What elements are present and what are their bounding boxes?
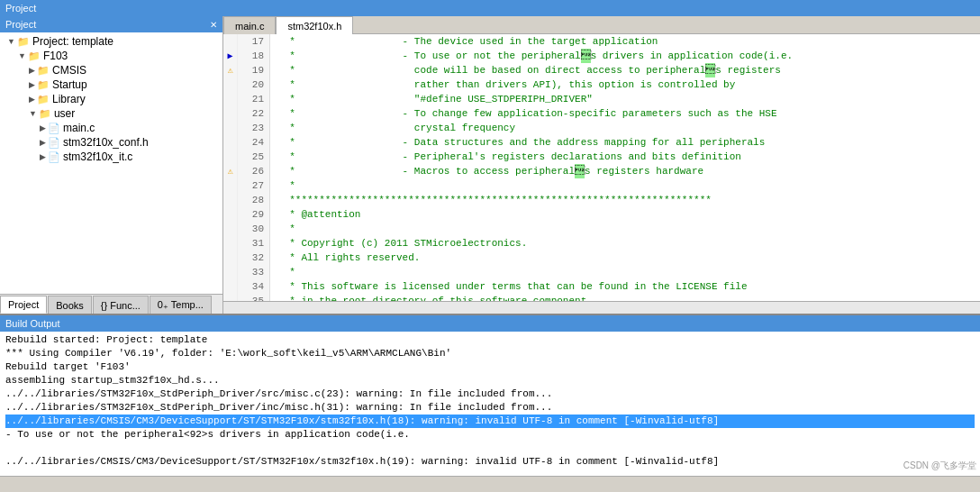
project-panel-tabs: ProjectBooks{} Func...0₊ Temp... [0,294,222,314]
panel-tab-func-tab[interactable]: {} Func... [93,296,149,314]
build-output-title: Build Output [0,315,980,332]
line-number-32: 32 [243,251,264,265]
expand-icon: ▶ [40,123,46,132]
line-number-30: 30 [243,222,264,236]
expand-icon: ▶ [40,138,46,147]
tree-label: F103 [43,50,68,62]
code-area: ▶⚠⚠ 171819202122232425262728293031323334… [223,34,980,301]
code-line-25: * - Peripheral's registers declarations … [277,150,973,164]
code-line-20: * rather than drivers API), this option … [277,77,973,92]
line-marker-22 [223,106,237,121]
tree-label: CMSIS [52,64,86,77]
line-marker-35 [223,294,237,301]
line-number-24: 24 [243,135,264,150]
code-content[interactable]: * - The device used in the target applic… [270,34,980,301]
folder-icon: 📁 [37,79,50,91]
folder-icon: 📁 [37,65,50,77]
line-number-27: 27 [243,178,264,193]
folder-icon: 📁 [37,94,50,105]
code-line-34: * This software is licensed under terms … [277,279,973,294]
line-markers: ▶⚠⚠ [223,34,238,301]
build-line: *** Using Compiler 'V6.19', folder: 'E:\… [5,347,975,360]
build-line: assembling startup_stm32f10x_hd.s... [5,374,975,387]
line-number-31: 31 [243,236,264,251]
line-number-21: 21 [243,92,264,106]
tree-item-cmsis[interactable]: ▶📁CMSIS [0,63,222,77]
close-project-panel-button[interactable]: ✕ [210,20,217,30]
editor-panel: main.cstm32f10x.h ▶⚠⚠ 171819202122232425… [223,16,980,314]
code-line-33: * [277,265,973,279]
tree-item-main-c[interactable]: ▶📄main.c [0,121,222,135]
line-marker-31 [223,236,237,251]
line-number-28: 28 [243,193,264,207]
line-marker-24 [223,135,237,150]
line-marker-33 [223,265,237,279]
line-number-33: 33 [243,265,264,279]
line-number-26: 26 [243,164,264,178]
line-marker-18: ▶ [223,49,237,63]
expand-icon: ▼ [29,109,37,118]
line-number-34: 34 [243,279,264,294]
tree-label: stm32f10x_conf.h [63,136,149,149]
watermark: CSDN @飞多学堂 [903,460,976,472]
line-number-22: 22 [243,106,264,121]
line-number-19: 19 [243,63,264,77]
panel-tab-temp-tab[interactable]: 0₊ Temp... [150,296,212,314]
tree-label: Startup [52,78,87,91]
line-marker-20 [223,77,237,92]
code-line-21: * "#define USE_STDPERIPH_DRIVER" [277,92,973,106]
code-line-18: * - To use or not the peripherals drive… [277,49,973,63]
build-line: ../../libraries/CMSIS/CM3/DeviceSupport/… [5,415,975,428]
tree-item-stm32f10x-conf[interactable]: ▶📄stm32f10x_conf.h [0,135,222,150]
build-line [5,442,975,455]
tree-label: Project: template [32,35,113,48]
tree-item-startup[interactable]: ▶📁Startup [0,77,222,92]
project-title-bar: Project [0,0,980,16]
horizontal-scrollbar[interactable] [223,301,980,314]
line-marker-21 [223,92,237,106]
build-line: ../../libraries/STM32F10x_StdPeriph_Driv… [5,387,975,401]
build-line: - To use or not the peripheral<92>s driv… [5,428,975,442]
file-icon: 📄 [48,151,60,163]
code-line-30: * [277,222,973,236]
line-marker-23 [223,121,237,135]
build-output-title-text: Build Output [5,318,60,329]
tree-item-f103[interactable]: ▼📁F103 [0,49,222,63]
tree-label: Library [52,93,86,105]
panel-tab-books-tab[interactable]: Books [48,296,92,314]
line-number-25: 25 [243,150,264,164]
expand-icon: ▼ [7,37,15,46]
project-title-text: Project [5,3,36,14]
code-line-27: * [277,178,973,193]
line-marker-30 [223,222,237,236]
code-line-31: * Copyright (c) 2011 STMicroelectronics. [277,236,973,251]
build-line: Rebuild started: Project: template [5,333,975,347]
line-marker-27 [223,178,237,193]
line-marker-34 [223,279,237,294]
editor-tab-stm32tab[interactable]: stm32f10x.h [276,16,353,34]
line-marker-19: ⚠ [223,63,237,77]
line-marker-32 [223,251,237,265]
build-output-content[interactable]: Rebuild started: Project: template*** Us… [0,332,980,476]
expand-icon: ▶ [29,80,35,89]
tree-item-stm32f10x-it[interactable]: ▶📄stm32f10x_it.c [0,150,222,164]
line-number-29: 29 [243,207,264,222]
line-number-17: 17 [243,34,264,49]
file-icon: 📄 [48,137,60,149]
panel-tab-project-tab[interactable]: Project [0,296,47,314]
line-marker-29 [223,207,237,222]
code-line-24: * - Data structures and the address mapp… [277,135,973,150]
line-marker-28 [223,193,237,207]
tree-item-library[interactable]: ▶📁Library [0,92,222,106]
code-line-19: * code will be based on direct access to… [277,63,973,77]
tree-item-user[interactable]: ▼📁user [0,106,222,121]
code-line-26: * - Macros to access peripherals regist… [277,164,973,178]
line-number-18: 18 [243,49,264,63]
folder-icon: 📁 [28,50,41,62]
line-marker-26: ⚠ [223,164,237,178]
build-output-section: Build Output Rebuild started: Project: t… [0,314,980,476]
editor-tab-main-tab[interactable]: main.c [223,16,276,34]
expand-icon: ▶ [40,152,46,161]
tree-item-project-root[interactable]: ▼📁Project: template [0,34,222,49]
build-line: ../../libraries/CMSIS/CM3/DeviceSupport/… [5,455,975,469]
